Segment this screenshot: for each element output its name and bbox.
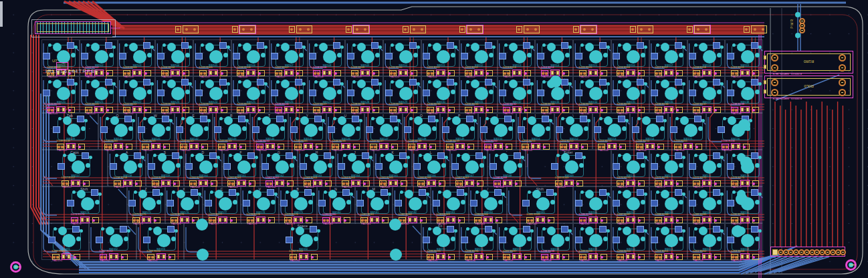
- switch-via[interactable]: [223, 90, 228, 94]
- resistor-footprint[interactable]: [399, 70, 408, 76]
- aux-pad-footprint[interactable]: [363, 180, 370, 186]
- switch-via[interactable]: [508, 126, 513, 131]
- switch-footprint[interactable]: VSW178D178 R178PAD178: [241, 186, 279, 223]
- resistor-footprint[interactable]: [474, 253, 483, 260]
- switch-via[interactable]: [245, 119, 249, 122]
- switch-via[interactable]: [607, 192, 610, 196]
- resistor-footprint[interactable]: [256, 217, 265, 223]
- resistor-footprint[interactable]: [313, 180, 322, 186]
- diode-resistor-cluster[interactable]: D120 R120PAD120: [46, 104, 77, 114]
- switch-pad-smd[interactable]: [413, 163, 421, 170]
- fpc-connector-footprint[interactable]: [35, 21, 111, 34]
- switch-pad-smd[interactable]: [267, 189, 274, 196]
- jack-2-pad[interactable]: [771, 79, 778, 86]
- jack-2-pad[interactable]: [839, 89, 846, 96]
- aux-pad-footprint[interactable]: [601, 217, 607, 223]
- diode-resistor-cluster[interactable]: D171 R171PAD171: [654, 178, 685, 187]
- aux-pad-footprint[interactable]: [638, 254, 645, 260]
- aux-pad-footprint[interactable]: [439, 180, 445, 186]
- switch-footprint[interactable]: ShiftSW174D174 R174PAD174: [41, 186, 127, 223]
- aux-pad-footprint[interactable]: [752, 180, 759, 186]
- switch-via[interactable]: [318, 126, 323, 131]
- switch-pad-smd[interactable]: [119, 53, 126, 59]
- switch-pad-smd[interactable]: [727, 163, 734, 170]
- switch-pad-smd[interactable]: [58, 163, 65, 170]
- switch-via[interactable]: [378, 82, 382, 86]
- switch-via[interactable]: [147, 90, 152, 94]
- switch-via[interactable]: [76, 237, 81, 241]
- diode-resistor-cluster[interactable]: D135 R135PAD135: [616, 104, 647, 114]
- switch-footprint[interactable]: SW171D171 R171PAD171: [649, 150, 687, 186]
- switch-pad-smd[interactable]: [523, 79, 530, 86]
- switch-pad-smd[interactable]: [338, 163, 345, 170]
- aux-pad-footprint[interactable]: [126, 144, 132, 150]
- switch-center-hole[interactable]: [323, 50, 336, 63]
- switch-via[interactable]: [758, 45, 762, 49]
- switch-via[interactable]: [375, 53, 380, 57]
- resistor-footprint[interactable]: [284, 70, 294, 76]
- switch-pad-smd[interactable]: [575, 53, 582, 59]
- switch-center-hole[interactable]: [703, 234, 716, 247]
- resistor-footprint[interactable]: [626, 70, 635, 76]
- switch-center-hole[interactable]: [399, 87, 413, 100]
- aux-pad-footprint[interactable]: [601, 70, 607, 76]
- switch-pad-smd[interactable]: [499, 53, 506, 59]
- diode-resistor-cluster[interactable]: D112 R112PAD112: [464, 67, 495, 77]
- resistor-footprint[interactable]: [436, 106, 445, 113]
- diode-resistor-cluster[interactable]: D141 R141PAD141: [141, 141, 172, 150]
- switch-footprint[interactable]: BSW179D179 R179PAD179: [279, 186, 317, 223]
- switch-center-hole[interactable]: [304, 124, 318, 137]
- aux-pad-footprint[interactable]: [411, 70, 417, 76]
- switch-center-hole[interactable]: [361, 50, 374, 63]
- mounting-hole[interactable]: [738, 119, 750, 131]
- aux-pad-footprint[interactable]: [548, 217, 554, 223]
- switch-pad-smd[interactable]: [637, 189, 644, 196]
- switch-footprint[interactable]: SW172D172 R172PAD172: [687, 150, 726, 186]
- switch-via[interactable]: [248, 190, 251, 194]
- switch-via[interactable]: [694, 190, 697, 194]
- jumper-pad[interactable]: [346, 26, 352, 33]
- switch-via[interactable]: [603, 90, 608, 94]
- diode-resistor-cluster[interactable]: D163 R163PAD163: [303, 178, 334, 187]
- aux-pad-footprint[interactable]: [287, 180, 294, 186]
- resistor-footprint[interactable]: [740, 70, 750, 76]
- resistor-footprint[interactable]: [389, 180, 398, 186]
- resistor-footprint[interactable]: [483, 217, 493, 223]
- switch-pad-smd[interactable]: [252, 126, 259, 133]
- diode-resistor-cluster[interactable]: D140 R140PAD140: [104, 141, 134, 150]
- switch-pad-smd[interactable]: [751, 152, 758, 159]
- resistor-footprint[interactable]: [740, 217, 750, 223]
- switch-via[interactable]: [717, 53, 722, 57]
- diode-resistor-cluster[interactable]: D185 R185PAD185: [526, 215, 556, 224]
- diode-resistor-cluster[interactable]: D128 R128PAD128: [350, 104, 381, 114]
- switch-pad-smd[interactable]: [451, 163, 459, 170]
- switch-pad-smd[interactable]: [309, 53, 316, 59]
- switch-center-hole[interactable]: [72, 160, 85, 174]
- switch-pad-smd[interactable]: [751, 189, 758, 196]
- switch-pad-smd[interactable]: [727, 237, 734, 243]
- resistor-footprint[interactable]: [427, 180, 436, 186]
- switch-pad-smd[interactable]: [314, 116, 322, 122]
- switch-center-hole[interactable]: [418, 124, 431, 137]
- switch-pad-smd[interactable]: [152, 189, 160, 196]
- switch-footprint[interactable]: SW106D106 R106PAD106: [231, 39, 269, 76]
- jumper-pad[interactable]: [175, 26, 181, 33]
- switch-footprint[interactable]: /SW184D184 R184PAD184: [469, 186, 507, 223]
- switch-pad-smd[interactable]: [100, 126, 108, 133]
- switch-center-hole[interactable]: [323, 87, 336, 100]
- diode-resistor-cluster[interactable]: D199 R199PAD199: [578, 251, 609, 261]
- aux-pad-footprint[interactable]: [401, 180, 407, 186]
- switch-via[interactable]: [290, 163, 294, 168]
- resistor-footprint[interactable]: [740, 253, 750, 260]
- switch-pad-smd[interactable]: [328, 126, 335, 133]
- aux-pad-footprint[interactable]: [515, 180, 522, 186]
- switch-via[interactable]: [162, 80, 166, 84]
- aux-pad-footprint[interactable]: [372, 70, 379, 76]
- switch-pad-smd[interactable]: [219, 42, 227, 49]
- switch-center-hole[interactable]: [209, 87, 223, 100]
- jack-1-pad[interactable]: [839, 54, 846, 61]
- switch-pad-smd[interactable]: [546, 189, 554, 196]
- resistor-footprint[interactable]: [189, 143, 199, 150]
- switch-footprint[interactable]: OSW148D148 R148PAD148: [403, 113, 441, 150]
- switch-via[interactable]: [314, 237, 318, 241]
